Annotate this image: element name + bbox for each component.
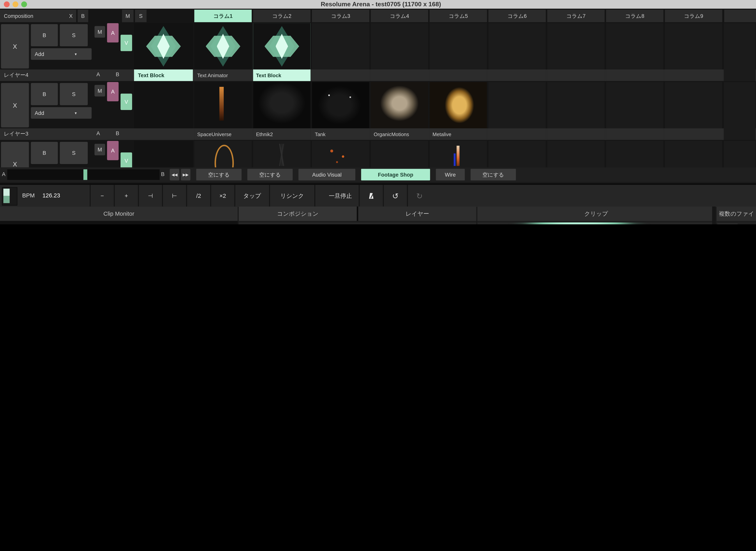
clip-cell[interactable]: Tank [312,82,369,140]
layer-bypass-button[interactable]: B [31,24,58,46]
bpm-toolbar-button[interactable]: − [90,185,114,207]
file-browser-header[interactable]: 複数のファイ [717,206,756,221]
clip-cell[interactable] [194,141,252,167]
layer-solo-button[interactable]: S [60,142,88,164]
layer-video-button[interactable]: V [121,152,132,167]
skip-back-icon[interactable]: ◀◀ [170,169,179,180]
clip-cell[interactable]: OrganicMotions [371,82,428,140]
minimize-window-icon[interactable] [13,1,18,7]
bpm-toolbar-button[interactable]: 一旦停止 [314,185,365,207]
layer-b-button[interactable]: B [116,71,119,77]
bpm-toolbar-button[interactable]: ×2 [210,185,234,207]
metronome-icon[interactable] [359,185,383,207]
clip-cell-empty[interactable] [488,82,546,140]
composition-preview-indicator[interactable] [2,187,17,205]
crossfader-slider[interactable] [7,169,160,180]
layer-audio-button[interactable]: A [107,141,119,160]
clip-cell[interactable]: SpaceUniverse [194,82,252,140]
clip-name[interactable]: Text Block [253,69,310,81]
column-header[interactable]: コラム4 [371,10,428,22]
layer-solo-button[interactable]: S [60,83,88,105]
clip-cell[interactable]: Metalive [430,82,487,140]
clip-name[interactable]: Ethnik2 [253,128,310,140]
clip-name[interactable]: Text Animator [194,69,252,81]
clip-name[interactable]: Metalive [430,128,487,140]
layer-bypass-button[interactable]: B [31,142,58,164]
composition-solo-button[interactable]: S [135,10,147,22]
clip-cell-empty[interactable] [606,141,663,167]
undo-icon[interactable]: ↺ [383,185,407,207]
composition-x-button[interactable]: X [66,10,76,22]
layer-blend-dropdown[interactable]: Add▼ [31,107,91,119]
bpm-toolbar-button[interactable]: ⊣ [138,185,162,207]
close-window-icon[interactable] [4,1,10,7]
scrollbar-track[interactable] [712,206,716,224]
clip-cell-empty[interactable] [606,82,663,140]
crossfader-preset-button[interactable]: Footage Shop [361,169,430,180]
clip-cell-empty[interactable] [547,23,605,81]
clip-cell[interactable]: Text Animator [194,23,252,81]
crossfader-preset-button[interactable]: 空にする [471,169,516,180]
column-header[interactable]: コラム9 [665,10,722,22]
bpm-toolbar-button[interactable]: ⊢ [162,185,186,207]
layer-a-button[interactable]: A [96,71,100,77]
column-header[interactable]: コラム5 [430,10,487,22]
clip-name[interactable]: OrganicMotions [371,128,428,140]
layer-audio-button[interactable]: A [107,23,119,42]
bpm-value[interactable]: 126.23 [42,192,60,198]
crossfader-preset-button[interactable]: 空にする [196,169,242,180]
layer-clear-button[interactable]: X [1,142,29,167]
layer-video-button[interactable]: V [121,35,132,51]
skip-forward-icon[interactable]: ▶▶ [181,169,190,180]
clip-cell-empty[interactable] [606,23,663,81]
layer-name[interactable]: レイヤー3 [4,130,28,137]
clip-cell-empty[interactable] [547,82,605,140]
clip-cell-empty[interactable] [312,23,369,81]
clip-cell-empty[interactable] [665,23,722,81]
redo-icon[interactable]: ↻ [407,185,431,207]
clip-cell[interactable]: Ethnik2 [253,82,310,140]
bpm-toolbar-button[interactable]: /2 [186,185,210,207]
layer-master-button[interactable]: M [94,26,105,38]
composition-header[interactable]: Composition [0,10,68,22]
tab-composition[interactable]: コンポジション [239,206,357,221]
composition-master-button[interactable]: M [122,10,133,22]
layer-clear-button[interactable]: X [1,83,29,127]
layer-master-button[interactable]: M [94,85,105,96]
column-header[interactable]: コラム1 [194,10,252,22]
clip-cell-empty[interactable] [488,23,546,81]
clip-panel-header[interactable]: クリップ [477,206,715,221]
clip-name[interactable]: SpaceUniverse [194,128,252,140]
clip-cell-empty[interactable] [430,23,487,81]
crossfader-thumb[interactable] [83,169,87,180]
layer-audio-button[interactable]: A [107,82,119,101]
crossfader-preset-button[interactable]: Wire [436,169,465,180]
clip-name[interactable]: Tank [312,128,369,140]
folder-up-button[interactable] [718,223,738,224]
bpm-toolbar-button[interactable]: + [114,185,138,207]
column-header[interactable]: コラム8 [606,10,663,22]
layer-solo-button[interactable]: S [60,24,88,46]
layer-active-clip-preview[interactable] [134,23,193,69]
crossfader-preset-button[interactable]: Audio Visual [298,169,355,180]
tab-layer[interactable]: レイヤー [358,206,476,221]
layer-active-clip-preview[interactable] [134,141,193,167]
composition-bypass-button[interactable]: B [78,10,88,22]
layer-master-button[interactable]: M [94,144,105,155]
layer-clear-button[interactable]: X [1,24,29,69]
clip-cell[interactable] [430,141,487,167]
column-header[interactable]: コラム6 [488,10,546,22]
maximize-window-icon[interactable] [21,1,27,7]
bpm-toolbar-button[interactable]: タップ [234,185,269,207]
clip-cell-selected[interactable]: Text Block [253,23,310,81]
clip-cell-empty[interactable] [547,141,605,167]
clip-cell-empty[interactable] [488,141,546,167]
crossfader-preset-button[interactable]: 空にする [247,169,293,180]
clip-cell-empty[interactable] [665,82,722,140]
layer-video-button[interactable]: V [121,93,132,110]
layer-active-clip-preview[interactable] [134,82,193,128]
layer-active-clip-name[interactable]: Text Block [134,69,193,81]
bpm-toolbar-button[interactable]: リシンク [269,185,314,207]
column-header[interactable]: コラム3 [312,10,369,22]
layer-blend-dropdown[interactable]: Add▼ [31,48,91,60]
